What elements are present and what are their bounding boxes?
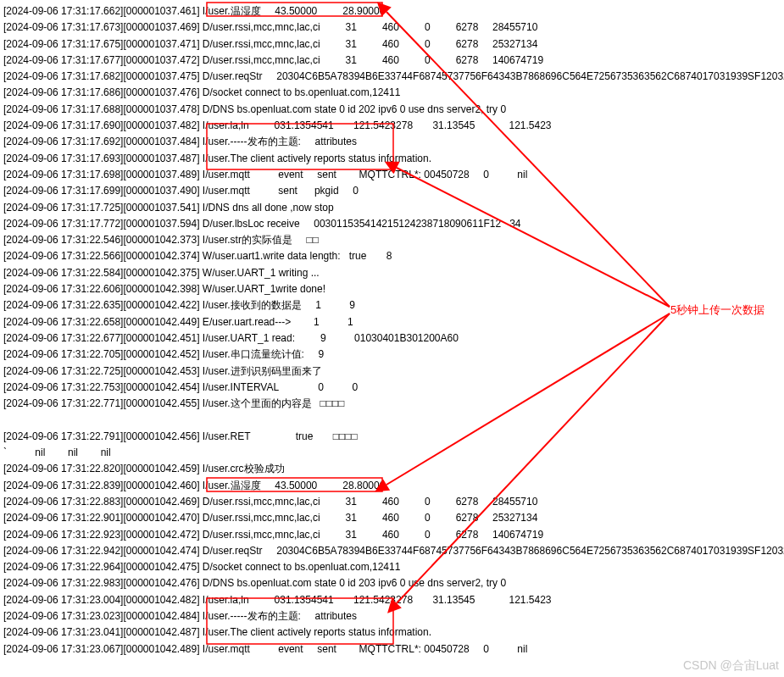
log-line: [2024-09-06 17:31:22.705][000001042.452]… (3, 347, 784, 363)
log-line: [2024-09-06 17:31:22.658][000001042.449]… (3, 314, 784, 330)
log-line: [2024-09-06 17:31:22.942][000001042.474]… (3, 543, 784, 559)
log-line: [2024-09-06 17:31:23.023][000001042.484]… (3, 608, 784, 624)
log-line: [2024-09-06 17:31:22.883][000001042.469]… (3, 494, 784, 510)
log-line: [2024-09-06 17:31:17.698][000001037.489]… (3, 167, 784, 183)
watermark: CSDN @合宙Luat (683, 658, 779, 674)
log-line: [2024-09-06 17:31:17.688][000001037.478]… (3, 102, 784, 118)
log-line: [2024-09-06 17:31:22.725][000001042.453]… (3, 363, 784, 380)
log-line: [2024-09-06 17:31:22.923][000001042.472]… (3, 527, 784, 543)
annotation-label: 5秒钟上传一次数据 (670, 302, 765, 318)
log-line: [2024-09-06 17:31:22.964][000001042.475]… (3, 559, 784, 575)
log-line: [2024-09-06 17:31:17.690][000001037.482]… (3, 118, 784, 134)
log-line: [2024-09-06 17:31:22.635][000001042.422]… (3, 297, 784, 314)
log-line: [2024-09-06 17:31:22.839][000001042.460]… (3, 478, 784, 494)
log-line: [2024-09-06 17:31:22.606][000001042.398]… (3, 281, 784, 297)
log-line: [2024-09-06 17:31:17.675][000001037.471]… (3, 36, 784, 53)
log-line: [2024-09-06 17:31:17.725][000001037.541]… (3, 200, 784, 216)
log-line: [2024-09-06 17:31:23.067][000001042.489]… (3, 641, 784, 658)
log-line: [2024-09-06 17:31:22.791][000001042.456]… (3, 429, 784, 445)
log-line: [2024-09-06 17:31:22.901][000001042.470]… (3, 510, 784, 526)
log-line: [2024-09-06 17:31:17.692][000001037.484]… (3, 134, 784, 150)
log-line: [2024-09-06 17:31:17.686][000001037.476]… (3, 85, 784, 101)
log-line: [2024-09-06 17:31:22.677][000001042.451]… (3, 330, 784, 347)
log-output: [2024-09-06 17:31:17.662][000001037.461]… (3, 3, 784, 658)
log-line: [2024-09-06 17:31:17.677][000001037.472]… (3, 53, 784, 69)
log-line: [2024-09-06 17:31:17.673][000001037.469]… (3, 19, 784, 36)
log-line: [2024-09-06 17:31:22.983][000001042.476]… (3, 575, 784, 591)
log-line: ` nil nil nil (3, 445, 784, 461)
log-line: [2024-09-06 17:31:22.566][000001042.374]… (3, 248, 784, 264)
log-line: [2024-09-06 17:31:17.693][000001037.487]… (3, 151, 784, 167)
log-line: [2024-09-06 17:31:22.771][000001042.455]… (3, 396, 784, 412)
log-line (3, 412, 784, 428)
log-line: [2024-09-06 17:31:17.682][000001037.475]… (3, 69, 784, 85)
log-line: [2024-09-06 17:31:22.753][000001042.454]… (3, 380, 784, 396)
log-line: [2024-09-06 17:31:22.820][000001042.459]… (3, 461, 784, 477)
log-line: [2024-09-06 17:31:23.041][000001042.487]… (3, 624, 784, 641)
log-line: [2024-09-06 17:31:17.772][000001037.594]… (3, 216, 784, 232)
log-line: [2024-09-06 17:31:22.546][000001042.373]… (3, 232, 784, 248)
log-line: [2024-09-06 17:31:23.004][000001042.482]… (3, 592, 784, 608)
log-line: [2024-09-06 17:31:17.662][000001037.461]… (3, 3, 784, 19)
log-line: [2024-09-06 17:31:22.584][000001042.375]… (3, 265, 784, 281)
log-line: [2024-09-06 17:31:17.699][000001037.490]… (3, 183, 784, 199)
